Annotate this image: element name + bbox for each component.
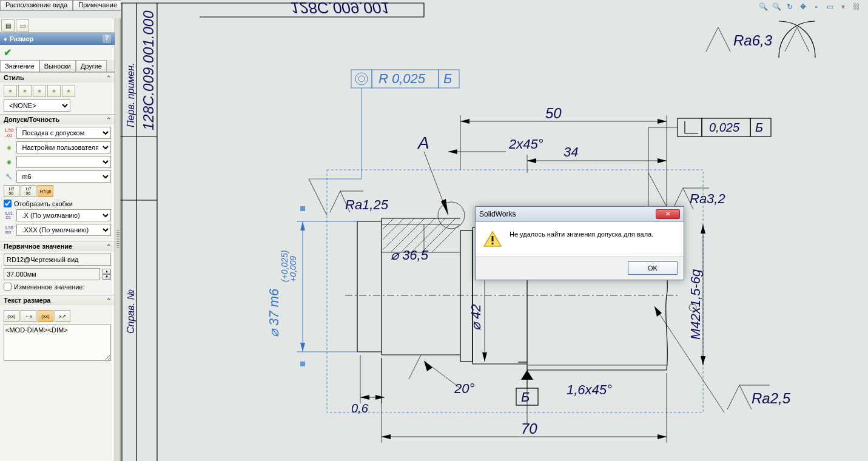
dimension-text-area[interactable]: <MOD-DIAM><DIM> bbox=[4, 325, 111, 361]
svg-text:R  0,025: R 0,025 bbox=[378, 71, 426, 86]
dimension-value-field[interactable] bbox=[4, 268, 100, 280]
shaft-basis-icon: ◉ bbox=[4, 156, 14, 167]
spin-up[interactable]: ▲ bbox=[103, 269, 111, 274]
chamfer-16: 1,6x45° Б bbox=[516, 370, 612, 425]
svg-text:Ra6,3: Ra6,3 bbox=[733, 32, 773, 49]
show-brackets-check[interactable]: Отобразить скобки bbox=[4, 200, 111, 207]
property-sheet-icon[interactable]: ▭ bbox=[16, 19, 29, 32]
svg-text:Ra3,2: Ra3,2 bbox=[690, 191, 725, 206]
svg-rect-100 bbox=[492, 243, 494, 244]
error-dialog: SolidWorks ✕ Не удалось найти значения д… bbox=[475, 206, 684, 280]
thread-callout: M42x1,5-6g bbox=[688, 224, 705, 365]
groove-dims: 0,6 20° bbox=[351, 355, 474, 415]
selected-dimension: ⌀ 37 m6 (+0,025) +0,009 bbox=[266, 206, 357, 366]
precision-icon-2: 1.50xxx bbox=[4, 224, 14, 235]
svg-text:34: 34 bbox=[564, 144, 578, 160]
feature-tree-icon[interactable]: ▤ bbox=[1, 19, 15, 32]
linear-h7g6-button[interactable]: H7/g6 bbox=[38, 185, 53, 197]
dimension-icon: ♦ bbox=[4, 35, 7, 42]
stacked-h7-button-2[interactable]: H796 bbox=[21, 185, 36, 197]
svg-point-11 bbox=[358, 76, 365, 82]
hole-class-combo[interactable] bbox=[16, 156, 111, 168]
ok-check-icon[interactable]: ✔ bbox=[4, 47, 12, 58]
dimension-name-field[interactable] bbox=[4, 254, 111, 266]
dialog-close-button[interactable]: ✕ bbox=[656, 209, 680, 219]
subtab-extensions[interactable]: Выноски bbox=[39, 60, 76, 72]
fit-type-combo[interactable]: Посадка с допуском bbox=[16, 127, 111, 139]
svg-text:2x45°: 2x45° bbox=[508, 136, 543, 152]
style-add2-icon[interactable]: ★ bbox=[18, 85, 32, 97]
titleblock-mirror-text: 128С.009.001 bbox=[291, 0, 389, 17]
text-left-button[interactable]: ←x bbox=[21, 310, 36, 322]
section-style: Стиль⌃ ★ ★ ★ ★ ★ <NONE> bbox=[0, 72, 115, 114]
dialog-ok-button[interactable]: OK bbox=[628, 261, 678, 275]
spin-down[interactable]: ▼ bbox=[103, 274, 111, 280]
chevron-up-icon[interactable]: ⌃ bbox=[106, 243, 111, 250]
svg-text:Б: Б bbox=[755, 121, 763, 134]
svg-text:70: 70 bbox=[521, 420, 537, 437]
primary-precision-combo[interactable]: .X (По умолчанию) bbox=[16, 209, 111, 221]
text-right-button[interactable]: (xx) bbox=[38, 310, 53, 322]
ra25-symbol: Ra2,5 bbox=[654, 306, 791, 412]
svg-rect-79 bbox=[300, 206, 305, 211]
titleblock-number: 128С.009.001.000 bbox=[140, 10, 156, 130]
shaft-class-icon: 🔧 bbox=[4, 171, 14, 182]
shaft-class-combo[interactable]: m6 bbox=[16, 170, 111, 183]
confirm-row: ✔ bbox=[0, 45, 115, 60]
help-button[interactable]: ? bbox=[103, 35, 111, 43]
gtol-runout-frame: R 0,025 Б bbox=[309, 70, 459, 179]
top-dimensions: 50 34 2x45° bbox=[448, 105, 667, 221]
chevron-up-icon[interactable]: ⌃ bbox=[106, 116, 111, 123]
dialog-title: SolidWorks bbox=[479, 210, 516, 218]
dimtext-header: Текст размера bbox=[4, 297, 50, 304]
style-add-icon[interactable]: ★ bbox=[4, 85, 17, 97]
panel-tab-icons: ▤ ▭ bbox=[0, 18, 115, 33]
tab-view-layout[interactable]: Расположение вида bbox=[0, 0, 73, 11]
tab-note[interactable]: Примечание bbox=[73, 0, 123, 11]
override-check[interactable]: Измененное значение: bbox=[4, 283, 111, 291]
style-del-icon[interactable]: ★ bbox=[33, 85, 46, 97]
tolerance-header: Допуск/Точность bbox=[4, 116, 59, 123]
primary-header: Первичное значение bbox=[4, 243, 72, 250]
stacked-h7-button[interactable]: H796 bbox=[4, 185, 19, 197]
property-panel: ▤ ▭ ♦ Размер ? ✔ Значение Выноски Другие… bbox=[0, 18, 115, 461]
style-load-icon[interactable]: ★ bbox=[47, 85, 61, 97]
property-subtabs: Значение Выноски Другие bbox=[0, 60, 115, 72]
svg-text:20°: 20° bbox=[454, 381, 474, 396]
svg-text:Ra2,5: Ra2,5 bbox=[752, 390, 791, 406]
svg-line-44 bbox=[383, 218, 414, 250]
svg-point-35 bbox=[438, 202, 465, 229]
general-roughness: Ra6,3 bbox=[706, 21, 815, 58]
svg-text:M42x1,5-6g: M42x1,5-6g bbox=[688, 269, 703, 340]
hole-basis-icon: ◉ bbox=[4, 142, 14, 153]
style-combo[interactable]: <NONE> bbox=[4, 99, 70, 112]
subtab-value[interactable]: Значение bbox=[0, 60, 39, 72]
svg-text:Б: Б bbox=[443, 71, 452, 86]
text-center-button[interactable]: (xx) bbox=[4, 310, 19, 322]
subtab-other[interactable]: Другие bbox=[76, 60, 107, 72]
section-dimtext: Текст размера⌃ (xx) ←x (xx) x↗ <MOD-DIAM… bbox=[0, 295, 115, 365]
perv-primen-label: Перв. примен. bbox=[126, 63, 136, 127]
section-primary: Первичное значение⌃ ▲▼ Измененное значен… bbox=[0, 241, 115, 295]
style-header: Стиль bbox=[4, 74, 24, 81]
chevron-up-icon[interactable]: ⌃ bbox=[106, 297, 111, 304]
text-above-button[interactable]: x↗ bbox=[55, 310, 70, 322]
warning-icon bbox=[483, 231, 502, 247]
sprav-no-label: Справ. № bbox=[126, 289, 136, 334]
section-tolerance: Допуск/Точность⌃ 1.50-.01 Посадка с допу… bbox=[0, 114, 115, 241]
property-header: ♦ Размер ? bbox=[0, 33, 115, 45]
svg-text:1,6x45°: 1,6x45° bbox=[567, 382, 612, 397]
section-letter-a: А bbox=[417, 133, 429, 152]
tolerance-precision-combo[interactable]: .XXX (По умолчанию) bbox=[16, 224, 111, 236]
svg-text:⌀ 42: ⌀ 42 bbox=[468, 304, 483, 331]
chevron-up-icon[interactable]: ⌃ bbox=[106, 75, 111, 81]
user-settings-combo[interactable]: Настройки пользователя bbox=[16, 141, 111, 153]
panel-collapse-handle[interactable] bbox=[115, 18, 121, 461]
svg-text:⌀ 37 m6: ⌀ 37 m6 bbox=[266, 288, 281, 337]
style-save-icon[interactable]: ★ bbox=[62, 85, 75, 97]
svg-point-10 bbox=[355, 73, 368, 85]
precision-icon-1: x.01.01 bbox=[4, 210, 14, 221]
svg-text:Ra1,25: Ra1,25 bbox=[345, 197, 389, 212]
svg-text:+0,009: +0,009 bbox=[288, 256, 298, 282]
svg-rect-9 bbox=[351, 70, 372, 88]
